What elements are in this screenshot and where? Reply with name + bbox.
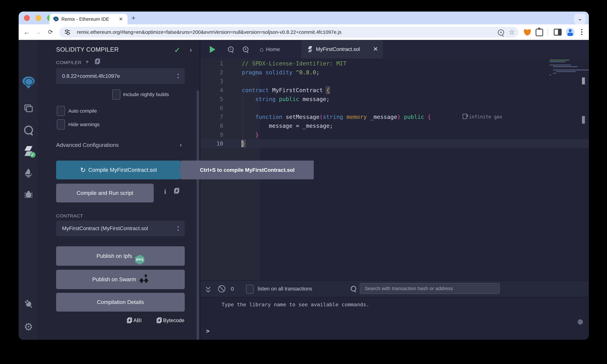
- publish-ipfs-button[interactable]: Publish on IpfsIPFS: [56, 246, 185, 266]
- remix-favicon-icon: [53, 16, 58, 22]
- tab-home[interactable]: ⌂Home: [260, 40, 280, 59]
- nightly-builds-label: Include nightly builds: [123, 92, 169, 97]
- browser-tab[interactable]: Remix - Ethereum IDE ✕: [50, 14, 128, 24]
- info-icon[interactable]: i: [164, 188, 166, 195]
- code-line[interactable]: 8 message = _message;: [200, 121, 589, 130]
- zoom-page-icon[interactable]: +: [498, 29, 504, 36]
- terminal-search-icon: [351, 286, 356, 291]
- site-settings-icon[interactable]: [65, 29, 70, 35]
- panel-scrollbar[interactable]: [197, 90, 199, 340]
- compiler-version-select[interactable]: 0.8.22+commit.4fc1097e ▲▼: [56, 68, 185, 84]
- contract-select[interactable]: MyFirstContract (MyFirstContract.sol ▲▼: [56, 221, 185, 236]
- gas-estimate-note: infinite gas: [463, 112, 502, 121]
- new-tab-button[interactable]: +: [130, 14, 137, 22]
- auto-compile-checkbox[interactable]: [57, 106, 65, 116]
- url-text[interactable]: remix.ethereum.org/#lang=en&optimize=fal…: [77, 27, 342, 38]
- code-line[interactable]: 2pragma solidity ^0.8.0;: [200, 68, 589, 77]
- transaction-count: 0: [231, 281, 234, 297]
- terminal-search-input[interactable]: [360, 283, 500, 294]
- copy-icon: [127, 317, 132, 323]
- code-line[interactable]: 1// SPDX-License-Identifier: MIT: [200, 59, 589, 68]
- browser-menu-icon[interactable]: [581, 31, 582, 33]
- code-line[interactable]: 9 }: [200, 130, 589, 139]
- remix-logo-icon[interactable]: [19, 77, 38, 89]
- panel-expand-chevron-icon[interactable]: ›: [190, 46, 192, 53]
- side-panel-icon[interactable]: [554, 29, 562, 36]
- browser-window: Remix - Ethereum IDE ✕ + ⌄ ← → ⟳ remix.e…: [19, 12, 589, 340]
- add-compiler-icon[interactable]: +: [85, 58, 89, 65]
- editor-minimap[interactable]: [550, 60, 582, 86]
- terminal-prompt[interactable]: >: [206, 327, 210, 334]
- tab-search-button[interactable]: ⌄: [574, 13, 586, 24]
- minimap-slider[interactable]: [582, 116, 585, 124]
- compile-button[interactable]: ↻Compile MyFirstContract.sol: [56, 161, 181, 179]
- advanced-chevron-icon: ›: [180, 142, 182, 148]
- publish-swarm-button[interactable]: Publish on Swarm: [56, 270, 185, 289]
- deploy-run-icon[interactable]: [19, 169, 38, 179]
- scroll-indicator-dot[interactable]: [578, 319, 583, 325]
- hide-warnings-checkbox[interactable]: [57, 119, 65, 130]
- copy-bytecode-button[interactable]: Bytecode: [157, 317, 185, 324]
- forward-button[interactable]: →: [34, 24, 42, 40]
- search-icon[interactable]: [19, 126, 38, 135]
- compiler-section-label: COMPILER: [56, 60, 81, 65]
- tab-myfirstcontract[interactable]: MyFirstContract.sol ✕: [301, 40, 383, 59]
- code-editor: − + ⌂Home MyFirstContract.sol ✕ 1// SPDX…: [200, 40, 589, 280]
- swarm-icon: [139, 274, 149, 284]
- license-file-icon[interactable]: [95, 58, 100, 65]
- icon-sidebar: ✓ ⚙: [19, 40, 39, 340]
- plugin-manager-icon[interactable]: [19, 300, 38, 309]
- zoom-in-icon[interactable]: +: [243, 47, 248, 52]
- code-line[interactable]: 3: [200, 77, 589, 86]
- file-explorer-icon[interactable]: [19, 104, 38, 113]
- compile-tooltip: Ctrl+S to compile MyFirstContract.sol: [181, 161, 314, 179]
- listen-transactions-checkbox[interactable]: [246, 285, 254, 294]
- code-line[interactable]: 6: [200, 104, 589, 112]
- metamask-extension-icon[interactable]: [524, 29, 531, 36]
- panel-title: SOLIDITY COMPILER: [56, 46, 119, 53]
- terminal-hint-text: Type the library name to see available c…: [222, 301, 369, 307]
- compilation-details-button[interactable]: Compilation Details: [56, 293, 185, 312]
- code-line[interactable]: 5 string public message;: [200, 95, 589, 104]
- zoom-out-icon[interactable]: −: [228, 47, 234, 52]
- toolbar-divider: [547, 29, 548, 36]
- solidity-compiler-panel: SOLIDITY COMPILER ✓ › COMPILER + 0.8.22+…: [39, 40, 200, 340]
- extensions-icon[interactable]: [536, 29, 543, 36]
- compile-sync-icon: ↻: [80, 166, 86, 174]
- back-button[interactable]: ←: [23, 24, 31, 40]
- reload-button[interactable]: ⟳: [46, 24, 55, 40]
- browser-tab-strip: Remix - Ethereum IDE ✕ + ⌄: [19, 12, 589, 24]
- compile-and-run-button[interactable]: Compile and Run script: [56, 184, 154, 202]
- close-tab-icon[interactable]: ✕: [118, 16, 124, 22]
- profile-avatar[interactable]: [566, 28, 575, 36]
- auto-compile-label: Auto compile: [68, 108, 97, 114]
- close-window-button[interactable]: [24, 15, 30, 21]
- clear-transactions-icon[interactable]: [218, 285, 225, 292]
- contract-section-label: CONTRACT: [56, 213, 83, 219]
- advanced-configurations-toggle[interactable]: Advanced Configurations: [56, 142, 119, 148]
- copy-icon: [157, 317, 162, 323]
- code-line[interactable]: 4contract MyFirstContract {: [200, 86, 589, 95]
- address-bar[interactable]: remix.ethereum.org/#lang=en&optimize=fal…: [59, 27, 518, 38]
- gas-pump-icon: [463, 114, 467, 119]
- remix-app: ✓ ⚙ SOLIDITY COMPILER ✓ › COMPILER + 0.8…: [19, 40, 589, 340]
- nightly-builds-checkbox[interactable]: [112, 89, 120, 100]
- copy-script-icon[interactable]: [174, 188, 179, 194]
- settings-icon[interactable]: ⚙: [19, 322, 38, 332]
- debugger-icon[interactable]: [19, 191, 38, 199]
- code-line-active[interactable]: 10}: [200, 139, 589, 148]
- terminal: 0 listen on all transactions Type the li…: [200, 280, 589, 340]
- editor-scrollbar-thumb[interactable]: [582, 78, 585, 84]
- collapse-terminal-icon[interactable]: [207, 286, 211, 292]
- run-script-play-icon[interactable]: [210, 46, 215, 53]
- copy-abi-button[interactable]: ABI: [127, 317, 142, 324]
- close-file-icon[interactable]: ✕: [373, 40, 378, 59]
- code-area[interactable]: 1// SPDX-License-Identifier: MIT 2pragma…: [200, 59, 589, 148]
- bookmark-icon[interactable]: ☆: [509, 28, 515, 36]
- indent-guide: [242, 95, 243, 139]
- minimize-window-button[interactable]: [36, 15, 41, 21]
- home-icon: ⌂: [260, 46, 264, 53]
- solidity-compiler-icon[interactable]: ✓: [19, 146, 38, 157]
- hide-warnings-label: Hide warnings: [68, 122, 100, 127]
- code-line[interactable]: 7 function setMessage(string memory _mes…: [200, 112, 589, 121]
